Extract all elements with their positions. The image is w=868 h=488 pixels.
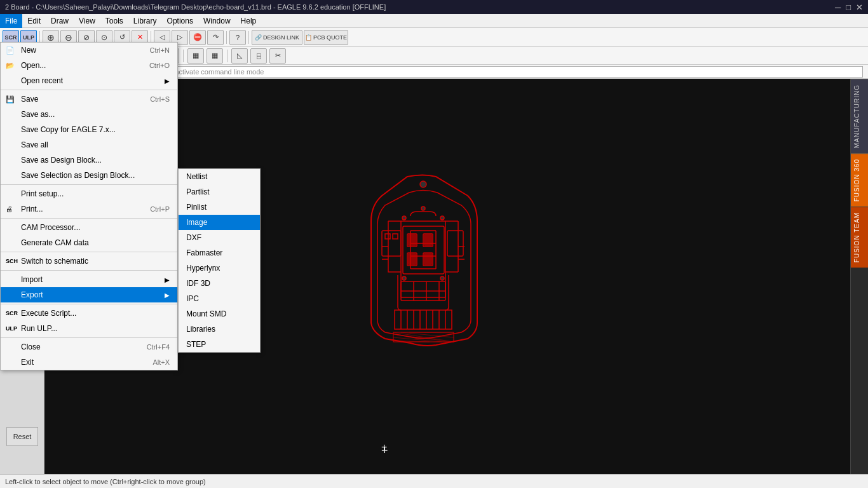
manufacturing-tab-label: MANUFACTURING <box>853 85 860 148</box>
run-ulp-icon: ULP <box>6 325 17 332</box>
menu-tools[interactable]: Tools <box>100 14 128 28</box>
save-as-label: Save as... <box>21 110 55 119</box>
export-pinlist[interactable]: Pinlist <box>179 200 260 215</box>
menu-print-setup[interactable]: Print setup... <box>1 186 177 201</box>
sep7 <box>1 337 177 338</box>
forward-button[interactable]: ↷ <box>207 30 224 45</box>
export-netlist[interactable]: Netlist <box>179 169 260 184</box>
export-libraries[interactable]: Libraries <box>179 322 260 337</box>
menu-save-all[interactable]: Save all <box>1 137 177 152</box>
cut-button[interactable]: ✂ <box>269 48 286 64</box>
grid-view1-button[interactable]: ▦ <box>187 48 204 64</box>
command-bar[interactable]: Click or press Ctrl+L key to activate co… <box>86 66 863 78</box>
fusion-team-tab-label: FUSION TEAM <box>853 212 860 262</box>
titlebar: 2 Board - C:\Users\Saheen_Palayi\Downloa… <box>0 0 868 14</box>
minimize-button[interactable]: ─ <box>835 3 841 12</box>
close-button[interactable]: ✕ <box>856 3 863 12</box>
export-dxf[interactable]: DXF <box>179 230 260 245</box>
menu-library[interactable]: Library <box>128 14 162 28</box>
switch-schematic-label: Switch to schematic <box>21 257 88 266</box>
fusion360-tab[interactable]: FUSION 360 <box>851 153 868 207</box>
menu-help[interactable]: Help <box>236 14 262 28</box>
run-ulp-label: Run ULP... <box>21 324 57 333</box>
execute-script-label: Execute Script... <box>21 309 76 318</box>
switch-schematic-icon: SCH <box>6 258 18 264</box>
sep3 <box>1 218 177 219</box>
toolbar-separator-3 <box>226 31 227 44</box>
export-mountsmd[interactable]: Mount SMD <box>179 306 260 322</box>
export-step[interactable]: STEP <box>179 337 260 352</box>
svg-point-12 <box>440 216 444 220</box>
open-label: Open... <box>21 61 46 70</box>
libraries-label: Libraries <box>186 325 215 334</box>
design-link-button[interactable]: 🔗 DESIGN LINK <box>252 30 302 45</box>
svg-point-14 <box>440 276 444 280</box>
export-fabmaster[interactable]: Fabmaster <box>179 245 260 261</box>
menu-open[interactable]: 📂 Open... Ctrl+O <box>1 58 177 73</box>
right-panel: MANUFACTURING FUSION 360 FUSION TEAM <box>850 79 868 474</box>
menu-open-recent[interactable]: Open recent ▶ <box>1 73 177 88</box>
title-text: 2 Board - C:\Users\Saheen_Palayi\Downloa… <box>5 3 386 11</box>
menu-switch-schematic[interactable]: SCH Switch to schematic <box>1 254 177 269</box>
menu-edit[interactable]: Edit <box>22 14 46 28</box>
fusion-team-tab[interactable]: FUSION TEAM <box>851 207 868 268</box>
menubar: File Edit Draw View Tools Library Option… <box>0 14 868 28</box>
maximize-button[interactable]: □ <box>846 3 851 12</box>
menu-save-as[interactable]: Save as... <box>1 107 177 122</box>
design-link-label: DESIGN LINK <box>263 34 299 41</box>
menu-save-selection[interactable]: Save Selection as Design Block... <box>1 168 177 183</box>
sep5 <box>1 270 177 271</box>
menu-print[interactable]: 🖨 Print... Ctrl+P <box>1 201 177 217</box>
menu-view[interactable]: View <box>74 14 100 28</box>
menu-draw[interactable]: Draw <box>46 14 74 28</box>
menu-import[interactable]: Import ▶ <box>1 272 177 287</box>
svg-rect-17 <box>424 234 432 246</box>
menu-file[interactable]: File <box>0 14 22 28</box>
export-image[interactable]: Image <box>179 215 260 230</box>
stop2-button[interactable]: ⛔ <box>189 30 206 45</box>
menu-export[interactable]: Export ▶ <box>1 287 177 302</box>
mirror-button[interactable]: ◺ <box>231 48 248 64</box>
sep6 <box>1 304 177 304</box>
toolbar2-sep2 <box>183 50 184 62</box>
print-label: Print... <box>21 205 43 214</box>
pcb-quote-icon: 📋 <box>305 34 312 41</box>
open-recent-arrow: ▶ <box>165 78 170 85</box>
manufacturing-tab[interactable]: MANUFACTURING <box>851 79 868 153</box>
menu-execute-script[interactable]: SCR Execute Script... <box>1 306 177 321</box>
new-shortcut: Ctrl+N <box>150 46 170 54</box>
menu-new[interactable]: 📄 New Ctrl+N <box>1 43 177 58</box>
open-shortcut: Ctrl+O <box>149 62 170 69</box>
cam-data-label: Generate CAM data <box>21 238 89 247</box>
export-ipc[interactable]: IPC <box>179 291 260 306</box>
dxf-label: DXF <box>186 233 201 242</box>
pcb-quote-button[interactable]: 📋 PCB QUOTE <box>304 30 348 45</box>
menu-cam[interactable]: CAM Processor... <box>1 220 177 235</box>
statusbar-text: Left-click to select object to move (Ctr… <box>5 478 206 485</box>
export-arrow: ▶ <box>165 292 170 299</box>
spin-button[interactable]: ⌸ <box>250 48 267 64</box>
export-hyperlynx[interactable]: Hyperlynx <box>179 261 260 276</box>
export-idf3d[interactable]: IDF 3D <box>179 276 260 291</box>
menu-save[interactable]: 💾 Save Ctrl+S <box>1 92 177 107</box>
print-setup-label: Print setup... <box>21 189 64 198</box>
menu-run-ulp[interactable]: ULP Run ULP... <box>1 321 177 336</box>
grid-view2-button[interactable]: ▦ <box>207 48 223 64</box>
menu-exit[interactable]: Exit Alt+X <box>1 355 177 370</box>
ipc-label: IPC <box>186 294 199 303</box>
menu-window[interactable]: Window <box>198 14 236 28</box>
menu-save-copy[interactable]: Save Copy for EAGLE 7.x... <box>1 122 177 137</box>
menu-options[interactable]: Options <box>162 14 198 28</box>
menu-cam-data[interactable]: Generate CAM data <box>1 235 177 250</box>
image-label: Image <box>186 218 207 227</box>
hyperlynx-label: Hyperlynx <box>186 264 220 273</box>
help-button[interactable]: ? <box>229 30 246 45</box>
idf3d-label: IDF 3D <box>186 279 210 288</box>
menu-close[interactable]: Close Ctrl+F4 <box>1 339 177 355</box>
export-partlist[interactable]: Partlist <box>179 184 260 200</box>
reset-button[interactable]: Reset <box>6 427 38 446</box>
save-shortcut: Ctrl+S <box>150 95 170 103</box>
menu-save-design-block[interactable]: Save as Design Block... <box>1 152 177 168</box>
execute-script-icon: SCR <box>6 310 18 316</box>
pinlist-label: Pinlist <box>186 203 207 212</box>
